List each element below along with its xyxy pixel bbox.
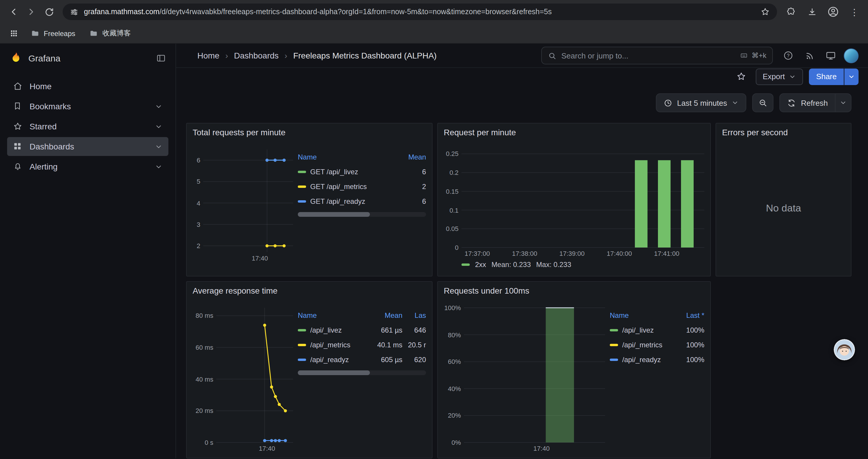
breadcrumb-item[interactable]: Dashboards xyxy=(234,51,279,60)
star-icon xyxy=(13,121,23,131)
help-icon[interactable]: ? xyxy=(780,47,797,64)
search-box[interactable]: ⌘+k xyxy=(541,47,773,64)
line-chart[interactable] xyxy=(216,308,293,442)
panel-total-requests: Total requests per minute 65432 17:40 Na… xyxy=(186,123,433,276)
panel-title[interactable]: Errors per second xyxy=(716,124,851,141)
axis-tick: 4 xyxy=(197,199,200,206)
sidebar-item-bookmarks[interactable]: Bookmarks xyxy=(7,97,168,116)
search-input[interactable] xyxy=(561,51,735,60)
user-avatar[interactable] xyxy=(844,48,859,63)
profile-icon[interactable] xyxy=(824,3,842,21)
refresh-button-main[interactable]: Refresh xyxy=(780,94,835,112)
axis-tick: 100% xyxy=(444,304,461,311)
floating-avatar[interactable] xyxy=(834,339,855,360)
x-axis: 17:40 xyxy=(193,252,293,263)
x-axis: 17:37:0017:38:0017:39:0017:40:0017:41:00 xyxy=(444,248,704,258)
axis-tick: 0 s xyxy=(205,439,213,446)
legend-row[interactable]: /api/_livez661 µs646 xyxy=(298,323,426,337)
sidebar-item-dashboards[interactable]: Dashboards xyxy=(7,137,168,156)
horizontal-scrollbar[interactable] xyxy=(298,212,426,217)
legend-row[interactable]: GET /api/_metrics2 xyxy=(298,179,426,194)
search-icon xyxy=(548,51,557,60)
legend-row[interactable]: /api/_metrics100% xyxy=(610,337,704,352)
bar-chart[interactable] xyxy=(462,147,704,248)
axis-tick: 20 ms xyxy=(195,407,213,415)
download-icon[interactable] xyxy=(803,3,821,21)
axis-tick: 6 xyxy=(197,157,200,164)
chevron-down-icon[interactable] xyxy=(155,102,162,110)
bar-chart[interactable] xyxy=(464,308,605,442)
chevron-down-icon[interactable] xyxy=(155,163,162,170)
y-axis: 100%80%60%40%20%0% xyxy=(444,308,464,442)
axis-tick: 17:41:00 xyxy=(654,250,680,257)
breadcrumb-separator: › xyxy=(225,51,228,60)
axis-tick: 60% xyxy=(448,358,461,365)
share-button-label[interactable]: Share xyxy=(809,68,844,85)
legend-row[interactable]: /api/_metrics40.1 ms20.5 r xyxy=(298,337,426,352)
panel-title[interactable]: Request per minute xyxy=(438,124,710,141)
reload-icon[interactable] xyxy=(40,3,58,21)
grafana-logo[interactable] xyxy=(9,52,23,64)
bookmark-star-icon[interactable] xyxy=(761,7,770,17)
chevron-down-icon[interactable] xyxy=(155,143,162,150)
refresh-icon xyxy=(787,98,796,107)
panel-title[interactable]: Average response time xyxy=(187,282,432,299)
chevron-down-icon[interactable] xyxy=(155,123,162,130)
legend-row[interactable]: GET /api/_livez6 xyxy=(298,164,426,179)
monitor-icon[interactable] xyxy=(823,47,839,64)
axis-tick: 0.2 xyxy=(450,169,459,176)
sidebar-collapse-icon[interactable] xyxy=(156,53,166,63)
series-swatch xyxy=(298,170,306,173)
refresh-button[interactable]: Refresh xyxy=(780,93,851,112)
back-icon[interactable] xyxy=(5,3,23,21)
refresh-interval-chevron-icon[interactable] xyxy=(836,94,851,112)
zoom-out-button[interactable] xyxy=(752,93,774,112)
url-bar[interactable]: grafana.mathmast.com/d/deytv4rwavabkb/fr… xyxy=(63,4,777,20)
bookmark-folder-freeleaps[interactable]: Freeleaps xyxy=(26,27,80,40)
sidebar-item-home[interactable]: Home xyxy=(7,77,168,96)
axis-tick: 40 ms xyxy=(195,375,213,383)
legend-header: NameMean xyxy=(298,150,426,164)
menu-kebab-icon[interactable]: ⋮ xyxy=(845,3,863,21)
axis-tick: 80 ms xyxy=(195,312,213,319)
horizontal-scrollbar[interactable] xyxy=(298,370,426,375)
panel-title[interactable]: Total requests per minute xyxy=(187,124,432,141)
series-swatch xyxy=(298,185,306,188)
export-button[interactable]: Export xyxy=(755,68,803,85)
legend-row[interactable]: GET /api/_readyz6 xyxy=(298,194,426,208)
browser-toolbar: grafana.mathmast.com/d/deytv4rwavabkb/fr… xyxy=(0,0,868,24)
line-chart[interactable] xyxy=(203,150,293,252)
apps-grid-icon[interactable] xyxy=(6,26,21,41)
forward-icon[interactable] xyxy=(23,3,40,21)
sidebar-item-alerting[interactable]: Alerting xyxy=(7,157,168,176)
panel-request-per-minute: Request per minute 0.250.20.150.10.050 1… xyxy=(437,123,711,276)
time-range-picker[interactable]: Last 5 minutes xyxy=(656,93,747,112)
legend-row[interactable]: /api/_readyz605 µs620 xyxy=(298,352,426,367)
legend-row[interactable]: /api/_readyz100% xyxy=(610,352,704,367)
site-settings-icon[interactable] xyxy=(70,7,79,16)
news-rss-icon[interactable] xyxy=(801,47,818,64)
extensions-icon[interactable] xyxy=(782,3,800,21)
share-menu-chevron-icon[interactable] xyxy=(844,68,859,85)
sidebar-item-starred[interactable]: Starred xyxy=(7,117,168,136)
bookmark-icon xyxy=(13,101,23,111)
legend-row[interactable]: /api/_livez100% xyxy=(610,323,704,337)
series-swatch xyxy=(462,263,470,266)
folder-icon xyxy=(90,29,98,38)
zoom-out-icon xyxy=(758,98,768,107)
dashboard-actions: Export Share xyxy=(176,68,868,85)
bookmark-folder-blogs[interactable]: 收藏博客 xyxy=(85,26,135,41)
sidebar-header: Grafana xyxy=(0,44,176,72)
panel-errors-per-second: Errors per second No data xyxy=(716,123,851,276)
breadcrumb-item[interactable]: Home xyxy=(197,51,219,60)
brand-name[interactable]: Grafana xyxy=(28,53,150,63)
topnav: Home›Dashboards›Freeleaps Metrics Dashbo… xyxy=(176,44,868,68)
url-text[interactable]: grafana.mathmast.com/d/deytv4rwavabkb/fr… xyxy=(84,8,755,16)
legend[interactable]: 2xx Mean: 0.233 Max: 0.233 xyxy=(444,258,704,271)
axis-tick: 0.05 xyxy=(446,225,459,232)
favorite-star-icon[interactable] xyxy=(733,68,749,85)
panel-title[interactable]: Requests under 100ms xyxy=(438,282,710,299)
share-button[interactable]: Share xyxy=(809,68,859,85)
chevron-down-icon xyxy=(789,73,796,80)
chevron-down-icon xyxy=(732,99,739,106)
